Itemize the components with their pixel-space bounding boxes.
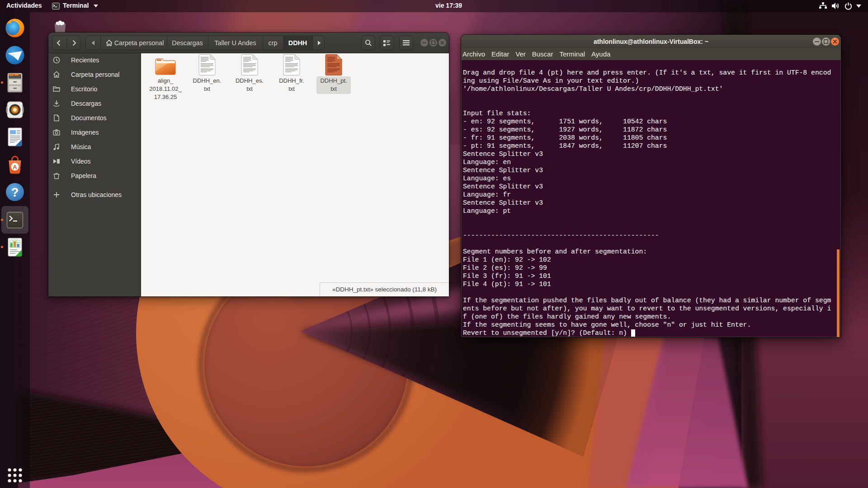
svg-text:?: ? <box>11 186 19 199</box>
svg-text:A: A <box>13 164 17 170</box>
